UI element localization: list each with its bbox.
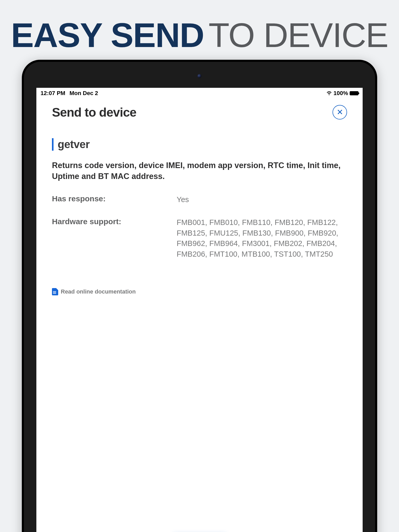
hero-bold: EASY SEND <box>11 16 204 54</box>
wifi-icon <box>326 90 332 96</box>
tablet-frame: 12:07 PM Mon Dec 2 100% Send to device ✕ <box>22 60 377 532</box>
command-name: getver <box>52 138 347 151</box>
hero-banner: EASY SENDTO DEVICE <box>0 0 399 65</box>
documentation-link[interactable]: Read online documentation <box>52 288 347 295</box>
status-bar: 12:07 PM Mon Dec 2 100% <box>36 88 363 98</box>
command-description: Returns code version, device IMEI, modem… <box>52 160 347 182</box>
has-response-label: Has response: <box>52 194 177 205</box>
status-date: Mon Dec 2 <box>70 90 98 96</box>
close-button[interactable]: ✕ <box>332 105 347 119</box>
document-icon <box>52 288 58 295</box>
status-time: 12:07 PM <box>41 90 65 96</box>
hardware-support-label: Hardware support: <box>52 217 177 259</box>
documentation-link-label: Read online documentation <box>61 288 136 295</box>
tablet-bezel: 12:07 PM Mon Dec 2 100% Send to device ✕ <box>24 62 375 532</box>
has-response-value: Yes <box>177 194 347 205</box>
page-header: Send to device ✕ <box>52 105 347 119</box>
page-content: Send to device ✕ getver Returns code ver… <box>36 98 363 532</box>
statusbar-left: 12:07 PM Mon Dec 2 <box>41 90 101 97</box>
camera-icon <box>197 74 202 78</box>
statusbar-right: 100% <box>326 90 358 97</box>
close-icon: ✕ <box>337 108 343 116</box>
page-title: Send to device <box>52 105 136 119</box>
screen: 12:07 PM Mon Dec 2 100% Send to device ✕ <box>36 88 363 532</box>
status-battery-pct: 100% <box>334 90 348 97</box>
battery-icon <box>350 91 358 95</box>
has-response-row: Has response: Yes <box>52 194 347 205</box>
hero-light: TO DEVICE <box>209 16 388 54</box>
hardware-support-row: Hardware support: FMB001, FMB010, FMB110… <box>52 217 347 259</box>
hardware-support-value: FMB001, FMB010, FMB110, FMB120, FMB122, … <box>177 217 347 259</box>
